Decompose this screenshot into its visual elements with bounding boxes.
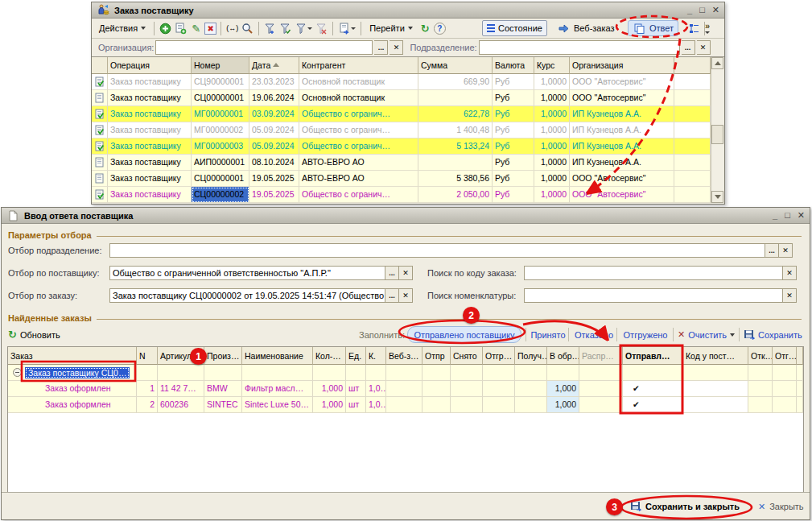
- help-icon[interactable]: ?: [434, 23, 446, 35]
- nomen-clear-button[interactable]: ✕: [783, 288, 797, 303]
- dept-lookup-button[interactable]: ...: [682, 40, 695, 55]
- supplier-code-cell[interactable]: [683, 381, 748, 397]
- sent-checkbox-cell[interactable]: ✔: [623, 397, 683, 413]
- org-filter-input[interactable]: [155, 40, 373, 55]
- col-organization[interactable]: Организация: [570, 57, 674, 74]
- vertical-scrollbar[interactable]: [711, 57, 723, 203]
- dept-lookup-button[interactable]: ...: [765, 243, 779, 258]
- col-rejected[interactable]: Отк…: [748, 347, 773, 365]
- selected-order-group-cell[interactable]: Заказ поставщику СЦ0…: [25, 367, 130, 378]
- sent-checkbox-cell[interactable]: ✔: [623, 381, 683, 397]
- state-toggle-button[interactable]: Состояние: [482, 20, 547, 36]
- order-item-row[interactable]: Заказ оформлен 2 600236 SINTEC Sintec Lu…: [8, 397, 803, 413]
- fit-width-icon[interactable]: (↔): [225, 22, 239, 35]
- minimize-button[interactable]: _: [773, 210, 777, 221]
- col-counterparty[interactable]: Контрагент: [299, 57, 418, 74]
- close-button[interactable]: ✕: [798, 210, 805, 221]
- col-removed[interactable]: Снято: [451, 347, 483, 365]
- order-clear-button[interactable]: ✕: [399, 288, 413, 303]
- order-row-current[interactable]: Заказ поставщикуСЦ0000000219.05.2025Обще…: [92, 187, 711, 203]
- minimize-button[interactable]: _: [687, 5, 692, 15]
- filter-set-icon[interactable]: [263, 22, 277, 35]
- answer-button[interactable]: Ответ: [628, 20, 678, 36]
- filter-by-value-icon[interactable]: [278, 22, 292, 35]
- filter-history-icon[interactable]: [294, 22, 313, 35]
- selected-number-cell[interactable]: СЦ00000002: [192, 187, 249, 203]
- toolbar-overflow-button[interactable]: »: [705, 21, 710, 34]
- order-filter-input[interactable]: Заказ поставщику СЦ00000002 от 19.05.202…: [109, 288, 385, 303]
- clear-menu-button[interactable]: ✕ Очистить: [678, 327, 735, 342]
- order-row[interactable]: Заказ поставщикуСЦ9000000123.03.2023Осно…: [92, 74, 711, 90]
- col-k[interactable]: К.: [366, 347, 386, 365]
- close-dialog-button[interactable]: ✕ Закрыть: [758, 498, 804, 515]
- refresh-icon[interactable]: ↻: [418, 22, 432, 35]
- titlebar[interactable]: Заказ поставщику _ □ ✕: [92, 2, 724, 19]
- collapse-icon[interactable]: [13, 368, 22, 377]
- order-row[interactable]: Заказ поставщикуМГ0000000205.09.2024Обще…: [92, 122, 711, 139]
- web-order-button[interactable]: Веб-заказ: [553, 20, 619, 36]
- col-unit[interactable]: Ед.: [346, 347, 366, 365]
- dept-clear-button[interactable]: ✕: [697, 40, 711, 55]
- save-and-close-button[interactable]: Сохранить и закрыть: [630, 498, 740, 515]
- col-manufacturer[interactable]: Произ…: [204, 347, 242, 365]
- fill-sent-button[interactable]: Отправлено поставщику: [407, 326, 521, 343]
- save-button[interactable]: Сохранить: [744, 327, 802, 342]
- maximize-button[interactable]: □: [785, 210, 790, 221]
- col-n[interactable]: N: [137, 347, 158, 365]
- dept-filter-input[interactable]: [109, 243, 765, 258]
- refresh-button[interactable]: ↻ Обновить: [8, 327, 60, 342]
- order-item-row[interactable]: Заказ оформлен 1 11 42 7… BMW Фильтр мас…: [8, 381, 803, 397]
- edit-icon[interactable]: ✎: [189, 22, 203, 35]
- order-code-search-input[interactable]: [524, 266, 783, 280]
- actions-menu-button[interactable]: Действия: [95, 22, 150, 35]
- col-amount[interactable]: Сумма: [418, 57, 493, 74]
- order-row[interactable]: Заказ поставщикуСЦ0000000119.06.2024Осно…: [92, 90, 711, 106]
- supplier-clear-button[interactable]: ✕: [399, 266, 413, 280]
- add-icon[interactable]: [159, 22, 172, 35]
- dept-filter-input[interactable]: [479, 40, 680, 55]
- goto-menu-button[interactable]: Перейти: [365, 22, 417, 35]
- col-web-order[interactable]: Веб-з…: [386, 347, 422, 365]
- col-qty[interactable]: Кол-…: [313, 347, 346, 365]
- dept-clear-button[interactable]: ✕: [779, 243, 793, 258]
- order-row[interactable]: Заказ поставщикуСЦ0000000119.05.2025АВТО…: [92, 171, 711, 187]
- fill-rejected-button[interactable]: Отказано: [572, 327, 616, 342]
- scroll-down-button[interactable]: [711, 191, 723, 203]
- supplier-lookup-button[interactable]: ...: [385, 266, 399, 280]
- order-code-clear-button[interactable]: ✕: [783, 266, 797, 280]
- scrollbar-thumb[interactable]: [711, 125, 723, 144]
- close-button[interactable]: ✕: [712, 5, 719, 15]
- col-rate[interactable]: Курс: [534, 57, 570, 74]
- col-in-work[interactable]: В обр…: [547, 347, 579, 365]
- maximize-button[interactable]: □: [699, 5, 705, 15]
- tree-settings-icon[interactable]: [688, 20, 700, 36]
- delete-icon[interactable]: ✖: [204, 23, 216, 35]
- order-group-row[interactable]: Заказ поставщику СЦ0…: [8, 365, 803, 381]
- col-number[interactable]: Номер: [192, 57, 249, 74]
- col-order[interactable]: Заказ: [8, 347, 137, 365]
- order-row[interactable]: Заказ поставщикуМГ0000000103.09.2024Обще…: [92, 106, 711, 122]
- org-clear-button[interactable]: ✕: [390, 40, 403, 55]
- col-supplier-code[interactable]: Код у пост…: [683, 347, 748, 365]
- col-date[interactable]: Дата: [249, 57, 299, 74]
- col-received[interactable]: Получ…: [515, 347, 547, 365]
- col-distributed[interactable]: Распр…: [579, 347, 623, 365]
- copy-icon[interactable]: [174, 22, 188, 35]
- col-sent-short[interactable]: Отпр: [422, 347, 451, 365]
- supplier-filter-input[interactable]: Общество с ограниченной ответственностью…: [109, 266, 385, 280]
- col-shipped[interactable]: Отгр…: [483, 347, 515, 365]
- col-sent-flag[interactable]: Отправл…: [623, 347, 683, 365]
- col-currency[interactable]: Валюта: [493, 57, 534, 74]
- output-list-icon[interactable]: [337, 22, 357, 35]
- supplier-code-cell[interactable]: [683, 397, 748, 413]
- scroll-up-button[interactable]: [711, 57, 723, 69]
- search-icon[interactable]: [241, 22, 254, 35]
- nomen-search-input[interactable]: [524, 288, 783, 303]
- org-lookup-button[interactable]: ...: [374, 40, 388, 55]
- col-shipped2[interactable]: Отг…: [773, 347, 797, 365]
- titlebar[interactable]: Ввод ответа поставщика _ □ ✕: [2, 208, 810, 224]
- col-name[interactable]: Наименование: [242, 347, 313, 365]
- order-row[interactable]: Заказ поставщикуАИП000000108.10.2024АВТО…: [92, 155, 711, 171]
- fill-accepted-button[interactable]: Принято: [530, 327, 567, 342]
- col-operation[interactable]: Операция: [108, 57, 192, 74]
